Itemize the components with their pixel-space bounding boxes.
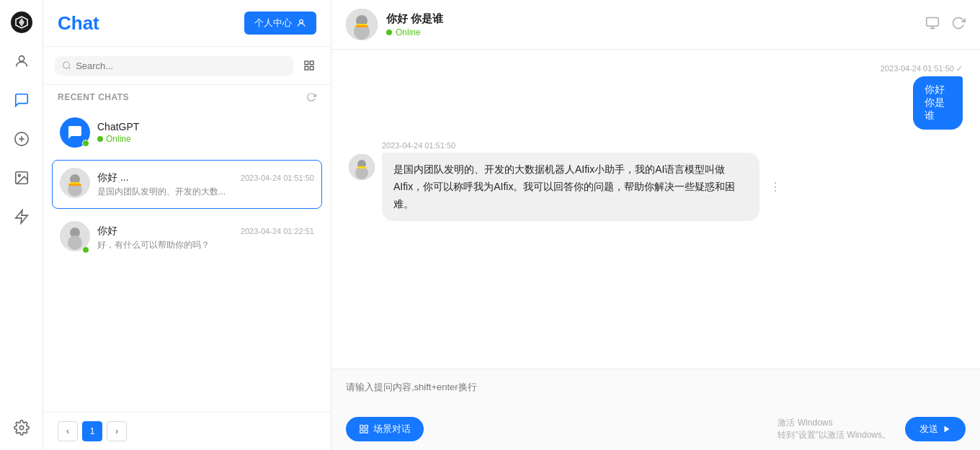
online-indicator xyxy=(82,140,89,147)
svg-point-9 xyxy=(300,19,303,23)
prev-page-button[interactable]: ‹ xyxy=(58,421,78,441)
chat2-preview: 好，有什么可以帮助你的吗？ xyxy=(97,239,314,251)
monitor-icon[interactable] xyxy=(925,16,940,34)
svg-rect-29 xyxy=(927,17,939,26)
sidebar: Chat 个人中心 RECENT CHATS xyxy=(43,0,331,450)
chat2-avatar-wrap xyxy=(60,221,90,254)
svg-rect-35 xyxy=(357,166,366,168)
bot-avatar xyxy=(349,154,375,180)
svg-rect-39 xyxy=(365,430,368,433)
add-icon[interactable] xyxy=(8,125,35,153)
svg-rect-38 xyxy=(360,430,363,433)
next-page-button[interactable]: › xyxy=(107,421,127,441)
settings-icon[interactable] xyxy=(8,414,35,441)
scene-icon xyxy=(359,424,369,434)
message-bubble-right: 你好 你是谁 xyxy=(913,76,963,130)
svg-marker-40 xyxy=(945,426,950,433)
message-input[interactable] xyxy=(346,381,966,407)
chat2-name: 你好 xyxy=(97,225,117,238)
sidebar-title: Chat xyxy=(58,12,99,35)
svg-rect-28 xyxy=(355,25,368,27)
input-area: 场景对话 激活 Windows 转到"设置"以激活 Windows。 发送 xyxy=(331,369,980,450)
chat-header: 你好 你是谁 Online xyxy=(331,0,980,50)
scene-button[interactable]: 场景对话 xyxy=(346,417,424,441)
svg-rect-13 xyxy=(310,61,313,65)
chatgpt-info: ChatGPT Online xyxy=(97,121,314,144)
message-right-wrap: 2023-04-24 01:51:50 ✓ 你好 你是谁 xyxy=(881,64,963,130)
search-input[interactable] xyxy=(76,60,286,71)
message-time-left: 2023-04-24 01:51:50 xyxy=(382,141,963,150)
chat-main: 你好 你是谁 Online 2023-04-24 01:51:50 xyxy=(331,0,980,450)
chat-item-chatgpt[interactable]: ChatGPT Online xyxy=(52,109,322,156)
recent-chats-label: RECENT CHATS xyxy=(58,92,129,102)
chat1-time: 2023-04-24 01:51:50 xyxy=(241,174,314,182)
input-right-actions: 激活 Windows 转到"设置"以激活 Windows。 发送 xyxy=(778,417,966,441)
send-button[interactable]: 发送 xyxy=(905,417,966,441)
send-icon xyxy=(943,425,951,433)
chat2-time: 2023-04-24 01:22:51 xyxy=(241,227,314,235)
message-row-1: 2023-04-24 01:51:50 ✓ 你好 你是谁 xyxy=(349,64,963,130)
svg-point-1 xyxy=(19,56,24,61)
recent-chats-header: RECENT CHATS xyxy=(43,85,331,107)
message-more-icon[interactable]: ⋮ xyxy=(770,180,781,194)
status-dot xyxy=(97,136,103,142)
chat-header-avatar xyxy=(346,9,378,40)
pagination: ‹ 1 › xyxy=(43,412,331,450)
chat1-name: 你好 ... xyxy=(97,171,129,184)
message-time-right: 2023-04-24 01:51:50 ✓ xyxy=(881,64,963,73)
svg-marker-7 xyxy=(15,210,27,223)
chat1-avatar xyxy=(60,168,90,198)
svg-point-10 xyxy=(63,62,70,68)
chat-list: ChatGPT Online 你 xyxy=(43,107,331,412)
svg-rect-37 xyxy=(365,426,368,428)
chat-bubble-icon xyxy=(66,124,84,141)
message-row-2: 2023-04-24 01:51:50 是国内团队发明的、开发的大数据机器人AI… xyxy=(349,141,963,221)
chat2-status-dot xyxy=(82,246,89,253)
header-actions xyxy=(925,16,966,34)
search-icon xyxy=(62,60,71,71)
chat-header-name: 你好 你是谁 xyxy=(386,12,917,26)
chat-header-info: 你好 你是谁 Online xyxy=(386,12,917,37)
logo-icon[interactable] xyxy=(8,9,35,36)
svg-rect-36 xyxy=(360,426,363,428)
input-footer: 场景对话 激活 Windows 转到"设置"以激活 Windows。 发送 xyxy=(346,417,966,441)
activate-notice: 激活 Windows 转到"设置"以激活 Windows。 xyxy=(778,417,891,441)
page-1-button[interactable]: 1 xyxy=(82,421,102,441)
search-row xyxy=(43,47,331,85)
messages-area: 2023-04-24 01:51:50 ✓ 你好 你是谁 2023-04-24 … xyxy=(331,50,980,369)
svg-rect-12 xyxy=(305,61,308,65)
header-status-dot xyxy=(386,30,392,35)
sidebar-header: Chat 个人中心 xyxy=(43,0,331,47)
svg-point-6 xyxy=(18,174,20,176)
refresh-small-icon[interactable] xyxy=(306,92,316,102)
chat1-preview: 是国内团队发明的、开发的大数... xyxy=(97,186,314,198)
message-bubble-left: 是国内团队发明的、开发的大数据机器人AIfix小助手，我的AI语言模型叫做AIf… xyxy=(382,153,760,221)
chat1-info: 你好 ... 2023-04-24 01:51:50 是国内团队发明的、开发的大… xyxy=(97,171,314,198)
search-input-wrap xyxy=(55,56,293,76)
svg-rect-15 xyxy=(310,66,313,70)
refresh-icon[interactable] xyxy=(951,16,966,34)
chat-item-2[interactable]: 你好 2023-04-24 01:22:51 好，有什么可以帮助你的吗？ xyxy=(52,213,322,262)
icon-bar xyxy=(0,0,43,450)
chatgpt-status: Online xyxy=(106,134,131,144)
chat-item-1[interactable]: 你好 ... 2023-04-24 01:51:50 是国内团队发明的、开发的大… xyxy=(52,160,322,209)
svg-point-8 xyxy=(19,426,24,430)
grid-icon[interactable] xyxy=(299,55,319,76)
svg-point-23 xyxy=(68,235,82,250)
chat-header-status: Online xyxy=(386,27,917,37)
user-icon[interactable] xyxy=(8,48,35,75)
image-icon[interactable] xyxy=(8,164,35,192)
message-left-content: 2023-04-24 01:51:50 是国内团队发明的、开发的大数据机器人AI… xyxy=(382,141,963,221)
chatgpt-name: ChatGPT xyxy=(97,121,139,132)
bolt-icon[interactable] xyxy=(8,203,35,230)
chatgpt-avatar xyxy=(60,117,90,148)
chat1-avatar-wrap xyxy=(60,168,90,201)
chat-icon[interactable] xyxy=(8,86,35,114)
svg-rect-14 xyxy=(305,66,308,70)
svg-line-11 xyxy=(68,68,70,69)
personal-center-button[interactable]: 个人中心 xyxy=(244,12,316,35)
chat2-info: 你好 2023-04-24 01:22:51 好，有什么可以帮助你的吗？ xyxy=(97,225,314,251)
svg-rect-20 xyxy=(68,184,81,186)
